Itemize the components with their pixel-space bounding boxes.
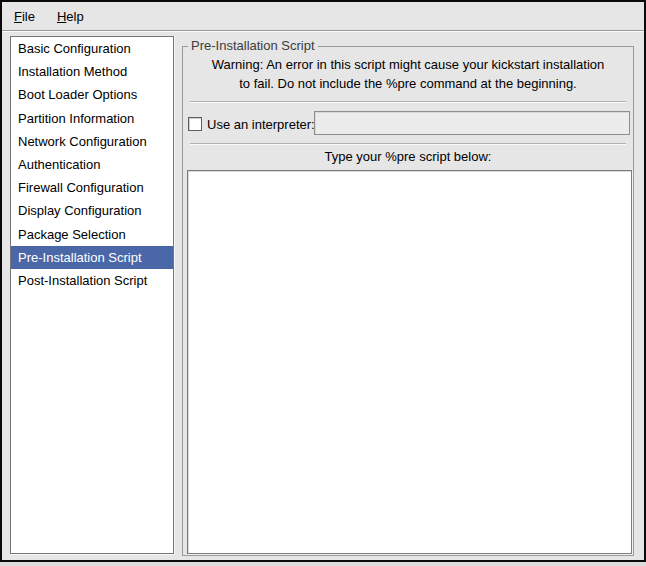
sidebar-item-installation-method[interactable]: Installation Method <box>11 60 173 83</box>
menu-file[interactable]: File <box>12 7 37 26</box>
sidebar-item-partition-information[interactable]: Partition Information <box>11 107 173 130</box>
sidebar-item-post-installation-script[interactable]: Post-Installation Script <box>11 269 173 292</box>
sidebar-item-package-selection[interactable]: Package Selection <box>11 223 173 246</box>
use-interpreter-checkbox[interactable] <box>188 117 202 131</box>
menu-bar: File Help <box>2 2 644 31</box>
window-edge <box>0 562 646 566</box>
warning-text: Warning: An error in this script might c… <box>183 55 633 93</box>
sidebar-item-firewall-configuration[interactable]: Firewall Configuration <box>11 176 173 199</box>
sidebar-item-basic-configuration[interactable]: Basic Configuration <box>11 37 173 60</box>
app-window: File Help Basic Configuration Installati… <box>0 0 646 562</box>
sidebar-item-network-configuration[interactable]: Network Configuration <box>11 130 173 153</box>
interpreter-row: Use an interpreter: <box>183 109 633 139</box>
sidebar-item-display-configuration[interactable]: Display Configuration <box>11 199 173 222</box>
use-interpreter-label: Use an interpreter: <box>207 117 315 132</box>
sidebar-item-boot-loader-options[interactable]: Boot Loader Options <box>11 83 173 106</box>
interpreter-input[interactable] <box>314 111 630 135</box>
warning-line-1: Warning: An error in this script might c… <box>183 55 633 74</box>
sidebar-item-pre-installation-script[interactable]: Pre-Installation Script <box>11 246 173 269</box>
kickstart-configurator-app: File Help Basic Configuration Installati… <box>0 0 646 566</box>
menu-help[interactable]: Help <box>55 7 86 26</box>
separator <box>190 101 626 102</box>
script-instruction-label: Type your %pre script below: <box>183 149 633 164</box>
sidebar-item-authentication[interactable]: Authentication <box>11 153 173 176</box>
category-list: Basic Configuration Installation Method … <box>10 36 174 554</box>
separator <box>190 143 626 144</box>
pre-script-textarea[interactable] <box>187 170 632 554</box>
pre-installation-script-frame: Pre-Installation Script Warning: An erro… <box>182 46 634 556</box>
frame-title: Pre-Installation Script <box>188 38 318 53</box>
warning-line-2: to fail. Do not include the %pre command… <box>183 74 633 93</box>
